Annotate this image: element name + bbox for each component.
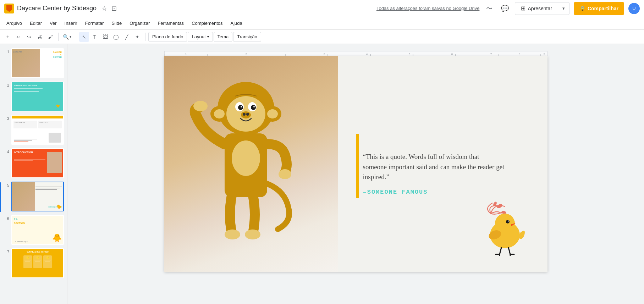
slide-thumb-3[interactable]: SLIDE HEADER SLIDE TITLE [11,115,64,145]
slide-thumb-6[interactable]: 01. SECTION subtítulo aqui 🐥 [11,215,64,245]
svg-text:9: 9 [543,52,545,56]
menu-formatar[interactable]: Formatar [82,19,108,27]
yellow-accent-bar [356,134,359,198]
menu-organizar[interactable]: Organizar [126,19,153,27]
svg-point-39 [496,203,503,209]
menu-bar: Arquivo Editar Ver Inserir Formatar Slid… [0,17,644,30]
top-right-actions: Todas as alterações foram salvas no Goog… [376,2,640,15]
slide-thumb-4[interactable]: INTRODUCTION [11,148,64,178]
slide-thumb-5[interactable]: SOMEONE FAMOUS 🐤 [11,182,64,211]
slide-num-1: 1 [3,50,9,54]
shape-tool[interactable]: ◯ [111,32,121,42]
menu-complementos[interactable]: Complementos [188,19,226,27]
trending-icon[interactable]: 〜 [484,3,495,14]
svg-point-29 [253,106,255,107]
svg-text:8: 8 [518,52,520,56]
svg-point-27 [251,105,256,110]
chat-icon[interactable]: 💬 [499,3,511,14]
slide-panel: 1 DAYCAR DAYCARECENTER 2 CONTE [0,44,67,304]
svg-point-34 [193,101,208,111]
transition-btn[interactable]: Transição [233,32,261,42]
user-avatar[interactable]: U [628,3,640,14]
toolbar-zoom-group: 🔍 ▾ [61,32,73,42]
drive-icon[interactable]: ⊡ [111,5,117,12]
line-tool[interactable]: ╱ [122,32,132,42]
svg-point-38 [232,140,260,176]
chick-illustration [469,199,526,258]
slide-num-2: 2 [3,83,9,87]
present-label: Apresentar [528,6,552,11]
slide-item-6[interactable]: 6 01. SECTION subtítulo aqui 🐥 [0,214,67,246]
theme-btn[interactable]: Tema [214,32,233,42]
quote-section: “This is a quote. Words full of wisdom t… [363,152,505,195]
top-bar: Daycare Center by Slidesgo ☆ ⊡ Todas as … [0,0,644,17]
slide-num-5: 5 [3,183,9,187]
saved-status: Todas as alterações foram salvas no Goog… [376,6,479,11]
main-area: 1 DAYCAR DAYCARECENTER 2 CONTE [0,44,644,304]
menu-arquivo[interactable]: Arquivo [3,19,26,27]
paint-btn[interactable]: 🖌 [45,32,55,42]
slide-thumb-7[interactable]: OUR TEACHING METHOD ⭐ ⭐ [11,248,64,278]
ruler-horizontal: 1 2 3 4 5 6 7 8 9 [164,51,547,56]
svg-point-35 [279,169,291,179]
editor-area: 1 2 3 4 5 6 7 8 9 [67,44,644,304]
toolbar-file-group: ＋ ↩ ↪ 🖨 🖌 [3,32,55,42]
menu-ajuda[interactable]: Ajuda [227,19,246,27]
slide-item-1[interactable]: 1 DAYCAR DAYCARECENTER [0,47,67,79]
slide-item-4[interactable]: 4 INTRODUCTION [0,147,67,179]
image-tool[interactable]: 🖼 [100,32,110,42]
svg-point-31 [243,113,246,116]
menu-slide[interactable]: Slide [108,19,125,27]
toolbar-tools-group: ↖ T 🖼 ◯ ╱ ✦ [79,32,142,42]
lock-icon: 🔒 [579,6,585,11]
slide-num-4: 4 [3,150,9,154]
present-button[interactable]: ⊞ Apresentar [515,2,558,15]
toolbar: ＋ ↩ ↪ 🖨 🖌 🔍 ▾ ↖ T 🖼 ◯ ╱ ✦ Plano de fundo… [0,30,644,44]
new-slide-btn[interactable]: ＋ [3,32,13,42]
svg-text:6: 6 [451,52,453,56]
menu-inserir[interactable]: Inserir [61,19,81,27]
zoom-btn[interactable]: 🔍 ▾ [61,32,73,42]
present-dropdown[interactable]: ▾ [558,2,569,15]
slide-thumb-2[interactable]: CONTENTS OF THIS SLIDE ★ [11,82,64,111]
slide-item-2[interactable]: 2 CONTENTS OF THIS SLIDE ★ [0,80,67,113]
slide-item-5[interactable]: 5 SOMEONE FAMOUS 🐤 [0,180,67,213]
share-button[interactable]: 🔒 Compartilhar [574,2,624,15]
svg-text:7: 7 [490,52,492,56]
slide-thumb-1[interactable]: DAYCAR DAYCARECENTER [11,48,64,78]
svg-point-22 [267,109,278,118]
menu-ver[interactable]: Ver [46,19,60,27]
svg-text:5: 5 [408,52,410,56]
svg-point-36 [225,230,240,239]
slide-item-7[interactable]: 7 OUR TEACHING METHOD ⭐ ⭐ [0,247,67,280]
comment-tool[interactable]: ✦ [132,32,142,42]
cursor-tool[interactable]: ↖ [79,32,89,42]
quote-author: –SOMEONE FAMOUS [363,189,505,195]
text-tool[interactable]: T [90,32,100,42]
monkey-illustration [175,73,324,272]
svg-point-44 [506,220,510,223]
svg-point-30 [241,111,251,118]
svg-text:1: 1 [185,52,187,56]
svg-point-37 [245,230,260,239]
active-slide-indicator [0,182,1,212]
slide-item-3[interactable]: 3 SLIDE HEADER SLIDE TITLE [0,114,67,146]
app-icon [4,4,14,13]
share-label: Compartilhar [588,6,618,11]
star-icon[interactable]: ☆ [101,5,107,12]
menu-ferramentas[interactable]: Ferramentas [154,19,187,27]
undo-btn[interactable]: ↩ [13,32,23,42]
layout-btn[interactable]: Layout ▾ [188,32,213,42]
sep2 [76,33,76,41]
svg-point-45 [508,221,509,222]
menu-editar[interactable]: Editar [26,19,45,27]
print-btn[interactable]: 🖨 [35,32,45,42]
slide-canvas[interactable]: “This is a quote. Words full of wisdom t… [164,56,547,272]
background-btn[interactable]: Plano de fundo [148,32,187,42]
svg-text:4: 4 [366,52,368,56]
chick-svg [469,199,526,256]
redo-btn[interactable]: ↪ [24,32,34,42]
svg-point-20 [214,109,225,118]
slide-num-6: 6 [3,216,9,221]
slide-num-3: 3 [3,116,9,121]
